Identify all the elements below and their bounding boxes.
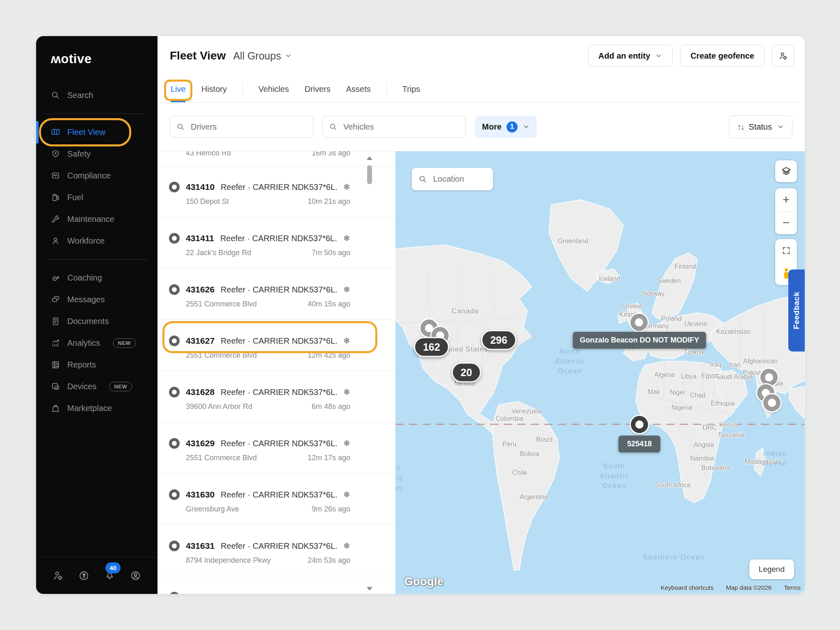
sidebar-item-search[interactable]: Search bbox=[36, 84, 158, 106]
sidebar-item-label: Workforce bbox=[67, 236, 105, 246]
sidebar-item-fleet-view[interactable]: Fleet View bbox=[36, 121, 158, 143]
compliance-icon bbox=[51, 171, 60, 180]
add-entity-button[interactable]: Add an entity bbox=[588, 45, 673, 67]
list-item[interactable]: 431628 Reefer · CARRIER NDK537*6L... ❄ 3… bbox=[158, 371, 395, 422]
map-canvas[interactable]: Canada United States Mexico Greenland Ic… bbox=[395, 151, 805, 594]
scrollbar-thumb[interactable] bbox=[367, 165, 372, 184]
tab-history[interactable]: History bbox=[201, 84, 227, 102]
sidebar-item-maintenance[interactable]: Maintenance bbox=[36, 208, 158, 230]
account-icon[interactable] bbox=[130, 570, 141, 581]
list-item[interactable]: 431629 Reefer · CARRIER NDK537*6L... ❄ 2… bbox=[158, 422, 395, 474]
sidebar-item-analytics[interactable]: Analytics NEW bbox=[36, 332, 158, 354]
keyboard-shortcuts-link[interactable]: Keyboard shortcuts bbox=[661, 584, 714, 591]
screen: ʍotive Search Fleet View Safety Complian… bbox=[0, 0, 840, 630]
vehicle-last-update: 24m 53s ago bbox=[308, 556, 350, 565]
list-item[interactable]: 431632 Reefer · CARRIER NDK537*6L ❄ bbox=[158, 576, 395, 594]
sidebar-item-label: Devices bbox=[67, 382, 96, 391]
asset-label: 525418 bbox=[619, 436, 660, 452]
user-settings-button[interactable] bbox=[772, 45, 794, 67]
list-item[interactable]: 431631 Reefer · CARRIER NDK537*6L... ❄ 8… bbox=[158, 525, 395, 576]
list-scrollbar[interactable] bbox=[367, 156, 372, 591]
scrollbar-down-arrow[interactable] bbox=[367, 587, 372, 591]
view-tabs: Live History Vehicles Drivers Assets Tri… bbox=[158, 71, 805, 103]
sidebar-nav: Search Fleet View Safety Compliance Fuel bbox=[36, 84, 158, 419]
sort-status-button[interactable]: ↑↓ Status bbox=[729, 115, 792, 138]
list-item-partial[interactable]: 43 Hemco Rd 16m 3s ago bbox=[158, 151, 395, 166]
sidebar-item-messages[interactable]: Messages bbox=[36, 289, 158, 310]
vehicle-address: 150 Depot St bbox=[186, 197, 229, 206]
tab-drivers[interactable]: Drivers bbox=[304, 84, 330, 102]
asset-marker[interactable] bbox=[631, 416, 648, 433]
vehicle-last-update: 6m 48s ago bbox=[312, 402, 350, 411]
sidebar-item-marketplace[interactable]: Marketplace bbox=[36, 397, 158, 419]
list-item[interactable]: 431626 Reefer · CARRIER NDK537*6L... ❄ 2… bbox=[158, 269, 395, 320]
map-label-country: Venezuela bbox=[511, 408, 542, 415]
map-cluster[interactable]: 296 bbox=[481, 330, 516, 350]
tab-live[interactable]: Live bbox=[171, 84, 186, 102]
map-label-country: Kazakhstan bbox=[716, 328, 751, 336]
beacon-marker[interactable] bbox=[630, 314, 648, 331]
more-filters-button[interactable]: More 1 bbox=[475, 116, 537, 138]
sidebar-item-reports[interactable]: Reports bbox=[36, 354, 158, 376]
whistle-icon bbox=[51, 273, 60, 283]
legend-button[interactable]: Legend bbox=[749, 559, 794, 579]
vehicle-marker[interactable] bbox=[763, 394, 781, 411]
notifications-bell[interactable]: 40 bbox=[104, 569, 115, 582]
vehicle-marker[interactable] bbox=[760, 369, 778, 386]
group-selector[interactable]: All Groups bbox=[233, 50, 292, 62]
map-location-input[interactable] bbox=[432, 174, 486, 184]
sidebar-item-safety[interactable]: Safety bbox=[36, 143, 158, 165]
vehicle-last-update: 12m 42s ago bbox=[308, 351, 350, 360]
add-entity-label: Add an entity bbox=[598, 51, 651, 61]
map-label-country: DRC bbox=[703, 424, 717, 431]
fullscreen-button[interactable] bbox=[775, 239, 797, 262]
vehicles-search-input[interactable] bbox=[342, 122, 459, 132]
vehicle-last-update: 10m 21s ago bbox=[308, 197, 350, 206]
map-label-country: Colombia bbox=[495, 415, 523, 422]
sidebar-item-coaching[interactable]: Coaching bbox=[36, 267, 158, 289]
vehicle-address: 8794 Independence Pkwy bbox=[186, 556, 271, 565]
map-cluster[interactable]: 162 bbox=[414, 337, 449, 357]
google-logo[interactable]: Google bbox=[404, 575, 444, 588]
feedback-tab[interactable]: Feedback bbox=[788, 269, 805, 352]
terms-link[interactable]: Terms bbox=[784, 584, 801, 591]
admin-user-icon[interactable] bbox=[52, 570, 64, 581]
feedback-label: Feedback bbox=[792, 292, 801, 329]
sidebar-item-label: Fleet View bbox=[67, 128, 105, 137]
status-ring-icon bbox=[169, 489, 180, 500]
chevron-down-icon bbox=[285, 52, 292, 59]
vehicle-meta: Reefer · CARRIER NDK537*6L... bbox=[221, 439, 337, 448]
vehicle-meta: Reefer · CARRIER NDK537*6L... bbox=[221, 541, 337, 551]
tab-vehicles[interactable]: Vehicles bbox=[258, 84, 289, 102]
sidebar-item-fuel[interactable]: Fuel bbox=[36, 187, 158, 208]
reefer-snowflake-icon: ❄ bbox=[343, 182, 350, 192]
sidebar-item-documents[interactable]: Documents bbox=[36, 310, 158, 332]
map-location-search[interactable] bbox=[412, 168, 493, 190]
map-layers-button[interactable] bbox=[775, 160, 797, 182]
drivers-search-input[interactable] bbox=[190, 122, 307, 132]
sidebar-item-label: Reports bbox=[67, 360, 96, 370]
person-icon bbox=[51, 236, 60, 246]
sidebar-item-workforce[interactable]: Workforce bbox=[36, 230, 158, 252]
create-geofence-button[interactable]: Create geofence bbox=[680, 45, 765, 67]
drivers-search[interactable] bbox=[170, 116, 313, 138]
list-item[interactable]: 431411 Reefer · CARRIER NDK537*6L... ❄ 2… bbox=[158, 217, 395, 269]
scrollbar-up-arrow[interactable] bbox=[367, 156, 372, 160]
zoom-in-button[interactable]: + bbox=[775, 188, 797, 211]
vehicle-meta: Reefer · CARRIER NDK537*6L... bbox=[220, 234, 337, 243]
vehicles-search[interactable] bbox=[322, 116, 466, 138]
help-icon[interactable]: ? bbox=[78, 570, 89, 581]
map-label-country: Türkiye bbox=[684, 349, 705, 356]
zoom-out-button[interactable]: − bbox=[775, 212, 797, 235]
tab-trips[interactable]: Trips bbox=[402, 84, 420, 102]
vehicle-address: 43 Hemco Rd bbox=[186, 151, 231, 158]
map-label-country: Peru bbox=[502, 441, 516, 448]
sidebar-item-compliance[interactable]: Compliance bbox=[36, 165, 158, 187]
list-item[interactable]: 431630 Reefer · CARRIER NDK537*6L... ❄ G… bbox=[158, 474, 395, 525]
map-cluster[interactable]: 20 bbox=[452, 363, 481, 383]
tab-assets[interactable]: Assets bbox=[346, 84, 371, 102]
sidebar-item-devices[interactable]: Devices NEW bbox=[36, 376, 158, 397]
reefer-snowflake-icon: ❄ bbox=[343, 541, 350, 551]
list-item-highlighted[interactable]: 431627 Reefer · CARRIER NDK537*6L... ❄ 2… bbox=[158, 320, 395, 371]
list-item[interactable]: 431410 Reefer · CARRIER NDK537*6L... ❄ 1… bbox=[158, 166, 395, 217]
